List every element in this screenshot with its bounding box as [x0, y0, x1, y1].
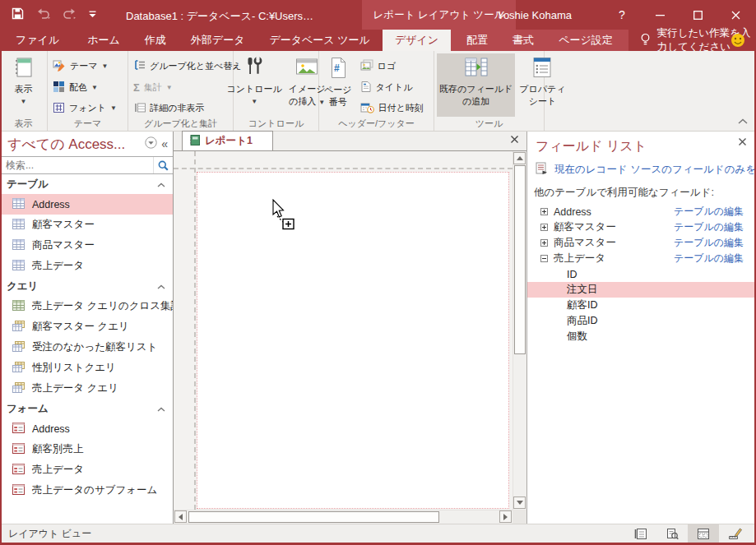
field-table-address[interactable]: Address テーブルの編集 [527, 204, 754, 219]
nav-pane-shutter-icon[interactable]: « [161, 137, 168, 150]
nav-item-form-sales-by-customer[interactable]: 顧客別売上 [2, 439, 173, 460]
expand-plus-icon[interactable] [540, 238, 548, 249]
nav-item-query-no-orders[interactable]: 受注のなかった顧客リスト [2, 337, 173, 358]
controls-button[interactable]: コントロール ▼ [224, 53, 284, 117]
nav-pane-title[interactable]: すべての Access... [7, 135, 141, 154]
themes-button[interactable]: テーマ▼ [50, 58, 119, 75]
ribbon-collapse-chevron-icon[interactable] [738, 115, 748, 127]
drag-copy-cursor [271, 199, 300, 233]
edit-table-link[interactable]: テーブルの編集 [674, 205, 744, 219]
nav-item-query-sales-data[interactable]: 売上データ クエリ [2, 378, 173, 399]
print-preview-button[interactable] [656, 524, 688, 543]
field-item-product-id[interactable]: 商品ID [527, 313, 754, 329]
document-close-icon[interactable] [510, 134, 519, 146]
user-name[interactable]: Yoshie Kohama [497, 9, 572, 21]
tab-home[interactable]: ホーム [75, 30, 132, 51]
report-layout-canvas[interactable] [174, 151, 526, 524]
field-table-sales-data[interactable]: 売上データ テーブルの編集 [527, 251, 754, 266]
save-icon[interactable] [12, 7, 24, 22]
show-only-current-source-link[interactable]: 現在のレコード ソースのフィールドのみを表示する [527, 159, 754, 183]
field-item-id[interactable]: ID [527, 266, 754, 282]
collapse-minus-icon[interactable] [540, 253, 548, 265]
document-tab-report1[interactable]: レポート1 [182, 131, 273, 150]
field-table-customer-master[interactable]: 顧客マスター テーブルの編集 [527, 219, 754, 235]
tab-format[interactable]: 書式 [500, 30, 546, 51]
nav-item-table-product-master[interactable]: 商品マスター [2, 235, 173, 256]
field-item-quantity[interactable]: 個数 [527, 329, 754, 344]
view-button[interactable]: 表示 ▼ [11, 53, 37, 117]
tab-arrange[interactable]: 配置 [454, 30, 500, 51]
themes-icon [53, 59, 66, 73]
edit-table-link[interactable]: テーブルの編集 [674, 252, 744, 266]
horizontal-scroll-thumb[interactable] [188, 511, 439, 523]
tell-me-box[interactable]: 実行したい作業を入力してください [628, 30, 756, 51]
ribbon: 表示 ▼ 表示 テーマ▼ 配色▼ [0, 51, 756, 132]
maximize-button[interactable] [679, 0, 717, 30]
field-item-customer-id[interactable]: 顧客ID [527, 298, 754, 313]
vertical-scrollbar[interactable] [513, 151, 526, 510]
undo-icon[interactable] [36, 8, 50, 21]
edit-table-link[interactable]: テーブルの編集 [674, 236, 744, 250]
nav-item-query-customer-master[interactable]: 顧客マスター クエリ [2, 316, 173, 337]
tab-page-setup[interactable]: ページ設定 [546, 30, 625, 51]
ribbon-group-header-footer: # ページ番号 ロゴ タイトル 日付と時刻 [319, 51, 434, 131]
nav-section-queries[interactable]: クエリ [2, 276, 173, 296]
search-input[interactable] [2, 159, 153, 171]
tab-file[interactable]: ファイル [0, 30, 75, 51]
search-icon[interactable] [153, 157, 173, 173]
nav-pane-menu-icon[interactable] [145, 136, 157, 151]
report-view-button[interactable] [625, 524, 656, 543]
main-area: すべての Access... « テーブル Address 顧客マスター [2, 132, 754, 524]
nav-item-query-crosstab[interactable]: 売上データ クエリのクロス集計 [2, 296, 173, 316]
window-border-left [0, 0, 2, 545]
field-list-close-icon[interactable] [738, 136, 747, 149]
scroll-down-icon[interactable] [513, 497, 526, 509]
horizontal-scrollbar[interactable] [174, 510, 513, 524]
nav-item-query-gender-list[interactable]: 性別リストクエリ [2, 358, 173, 378]
close-button[interactable] [717, 0, 754, 30]
design-view-button[interactable] [719, 524, 750, 543]
colors-button[interactable]: 配色▼ [50, 79, 119, 96]
field-item-order-date[interactable]: 注文日 [527, 282, 754, 298]
report-view-icon [13, 57, 35, 81]
date-time-button[interactable]: 日付と時刻 [358, 99, 426, 117]
fonts-button[interactable]: フォント▼ [50, 99, 119, 117]
title-button[interactable]: タイトル [358, 79, 426, 96]
add-existing-fields-button[interactable]: 既存のフィールドの追加 [437, 53, 515, 117]
vertical-scroll-thumb[interactable] [514, 165, 526, 354]
collapse-chevron-icon [157, 403, 165, 414]
nav-item-table-customer-master[interactable]: 顧客マスター [2, 215, 173, 235]
table-icon [12, 239, 25, 252]
edit-table-link[interactable]: テーブルの編集 [674, 220, 744, 234]
redo-icon[interactable] [63, 8, 77, 21]
group-label-controls: コントロール [234, 118, 318, 130]
page-number-button[interactable]: # ページ番号 [322, 53, 355, 117]
help-button[interactable]: ? [603, 0, 641, 30]
minimize-button[interactable] [641, 0, 679, 30]
nav-item-form-address[interactable]: Address [2, 418, 173, 439]
nav-section-tables[interactable]: テーブル [2, 174, 173, 194]
totals-sigma-icon: Σ [133, 81, 140, 94]
layout-view-button[interactable] [688, 524, 719, 543]
empty-report-page[interactable] [197, 172, 509, 509]
quick-access-toolbar [12, 0, 96, 30]
feedback-smiley-icon[interactable] [730, 33, 745, 50]
tab-database-tools[interactable]: データベース ツール [257, 30, 382, 51]
scroll-right-icon[interactable] [499, 510, 512, 523]
scroll-left-icon[interactable] [174, 510, 187, 523]
logo-button[interactable]: ロゴ [358, 58, 426, 75]
scroll-up-icon[interactable] [513, 152, 526, 164]
tab-design[interactable]: デザイン [383, 30, 451, 51]
field-table-product-master[interactable]: 商品マスター テーブルの編集 [527, 235, 754, 251]
nav-item-form-sales-subform[interactable]: 売上データのサブフォーム [2, 480, 173, 501]
expand-plus-icon[interactable] [540, 206, 548, 218]
qat-customize-icon[interactable] [89, 9, 96, 21]
tab-external-data[interactable]: 外部データ [179, 30, 257, 51]
nav-item-form-sales-data[interactable]: 売上データ [2, 460, 173, 480]
nav-section-forms[interactable]: フォーム [2, 399, 173, 418]
logo-icon [360, 59, 373, 72]
nav-item-table-address[interactable]: Address [2, 194, 173, 215]
nav-item-table-sales-data[interactable]: 売上データ [2, 256, 173, 276]
expand-plus-icon[interactable] [540, 222, 548, 233]
tab-create[interactable]: 作成 [132, 30, 179, 51]
